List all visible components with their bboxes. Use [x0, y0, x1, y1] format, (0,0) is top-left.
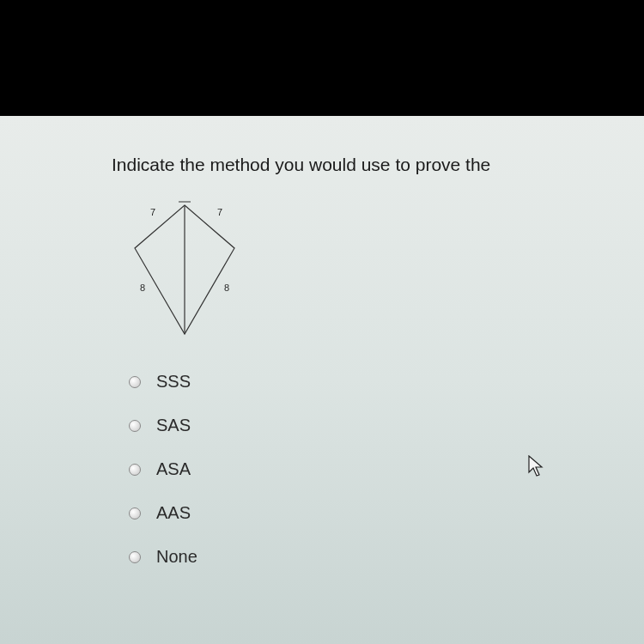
option-label: None — [156, 547, 197, 567]
option-none[interactable]: None — [129, 547, 614, 567]
radio-icon[interactable] — [129, 376, 141, 388]
kite-figure: 7 7 8 8 — [125, 197, 614, 346]
option-label: ASA — [156, 459, 191, 479]
option-label: AAS — [156, 503, 191, 523]
option-sas[interactable]: SAS — [129, 416, 614, 435]
label-top-right: 7 — [217, 207, 222, 217]
kite-svg: 7 7 8 8 — [125, 197, 253, 343]
label-top-left: 7 — [150, 207, 155, 217]
radio-icon[interactable] — [129, 420, 141, 432]
options-group: SSS SAS ASA AAS None — [129, 372, 614, 567]
radio-icon[interactable] — [129, 507, 141, 519]
question-text: Indicate the method you would use to pro… — [112, 155, 614, 175]
option-label: SSS — [156, 372, 191, 392]
radio-icon[interactable] — [129, 464, 141, 476]
question-panel: Indicate the method you would use to pro… — [0, 116, 644, 644]
label-bottom-left: 8 — [140, 283, 145, 293]
option-label: SAS — [156, 416, 191, 435]
option-aas[interactable]: AAS — [129, 503, 614, 523]
option-asa[interactable]: ASA — [129, 459, 614, 479]
option-sss[interactable]: SSS — [129, 372, 614, 392]
radio-icon[interactable] — [129, 551, 141, 563]
label-bottom-right: 8 — [224, 283, 229, 293]
